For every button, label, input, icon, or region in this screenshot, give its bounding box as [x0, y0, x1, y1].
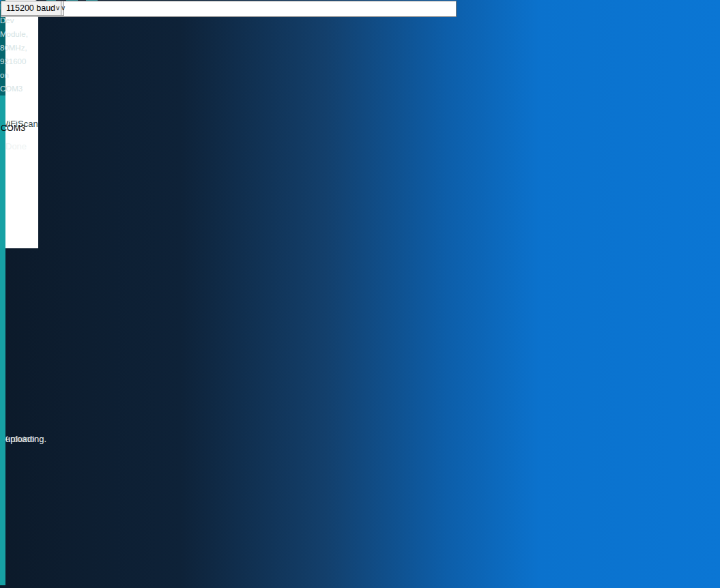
chevron-down-icon: ∨: [55, 1, 60, 15]
serial-monitor-title: COM3: [1, 1, 25, 256]
serial-monitor-window: COM3 ✕ Send entry 0x40080034 tcpip_task_…: [0, 0, 1, 1]
baud-rate-value: 115200 baud: [6, 3, 55, 13]
baud-rate-dropdown[interactable]: 115200 baud ∨: [1, 1, 61, 16]
serial-send-input[interactable]: [1, 1, 457, 17]
chevron-down-icon: ∨: [61, 1, 66, 15]
desktop: WiFiScan | Arduino 1.6.13 FileEditSketch…: [0, 0, 720, 588]
